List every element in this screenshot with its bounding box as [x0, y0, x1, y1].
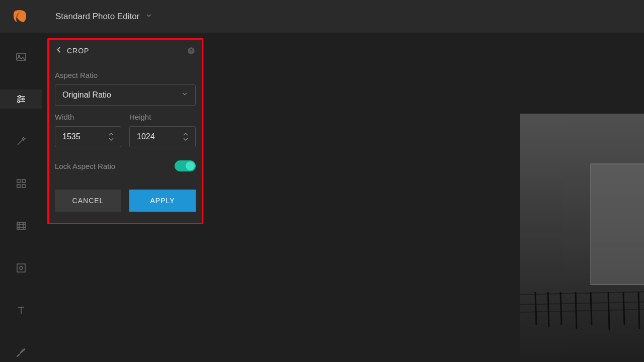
cancel-button[interactable]: CANCEL: [55, 190, 121, 212]
height-input-wrap: [129, 126, 196, 147]
canvas-area[interactable]: [203, 33, 644, 362]
height-label: Height: [129, 113, 196, 121]
crop-panel: CROP ? Aspect Ratio Original Ratio Width: [47, 38, 203, 224]
apply-button[interactable]: APPLY: [129, 190, 196, 212]
svg-point-5: [19, 96, 21, 98]
svg-rect-9: [22, 179, 25, 183]
svg-point-7: [18, 101, 20, 103]
sidebar-item-brush[interactable]: [0, 343, 42, 362]
photo-preview: [520, 114, 644, 362]
sidebar-item-focus[interactable]: [0, 258, 42, 278]
lock-aspect-toggle[interactable]: [175, 160, 196, 171]
svg-rect-8: [17, 179, 20, 183]
svg-rect-17: [17, 264, 25, 272]
sidebar-item-adjust[interactable]: [0, 89, 42, 109]
svg-rect-43: [520, 114, 644, 362]
width-label: Width: [55, 113, 121, 121]
app-logo: [12, 9, 27, 24]
aspect-ratio-select[interactable]: Original Ratio: [55, 84, 196, 106]
panel-area: CROP ? Aspect Ratio Original Ratio Width: [42, 33, 203, 362]
aspect-ratio-label: Aspect Ratio: [55, 71, 196, 79]
svg-rect-12: [17, 222, 25, 229]
lock-aspect-label: Lock Aspect Ratio: [55, 162, 115, 170]
svg-rect-11: [22, 185, 25, 188]
back-icon[interactable]: [55, 46, 63, 56]
svg-rect-10: [17, 185, 20, 188]
aspect-ratio-value: Original Ratio: [62, 90, 111, 100]
svg-point-18: [20, 266, 23, 269]
height-stepper[interactable]: [183, 129, 191, 145]
panel-title: CROP: [67, 47, 187, 55]
sidebar-item-frame[interactable]: [0, 216, 42, 235]
sidebar-item-text[interactable]: [0, 301, 42, 320]
svg-point-6: [22, 98, 24, 100]
chevron-down-icon: [181, 90, 188, 100]
app-name[interactable]: Standard Photo Editor: [55, 12, 139, 22]
tool-sidebar: [0, 33, 42, 362]
sidebar-item-image[interactable]: [0, 47, 42, 66]
help-icon[interactable]: ?: [187, 46, 196, 55]
height-input[interactable]: [137, 132, 172, 141]
top-bar: Standard Photo Editor: [0, 0, 644, 33]
sidebar-item-grid[interactable]: [0, 174, 42, 193]
width-input[interactable]: [62, 132, 98, 141]
svg-text:?: ?: [190, 48, 193, 53]
chevron-down-icon[interactable]: [145, 12, 152, 21]
width-stepper[interactable]: [109, 129, 117, 145]
toggle-knob: [186, 161, 195, 170]
width-input-wrap: [55, 126, 121, 147]
sidebar-item-magic[interactable]: [0, 132, 42, 151]
